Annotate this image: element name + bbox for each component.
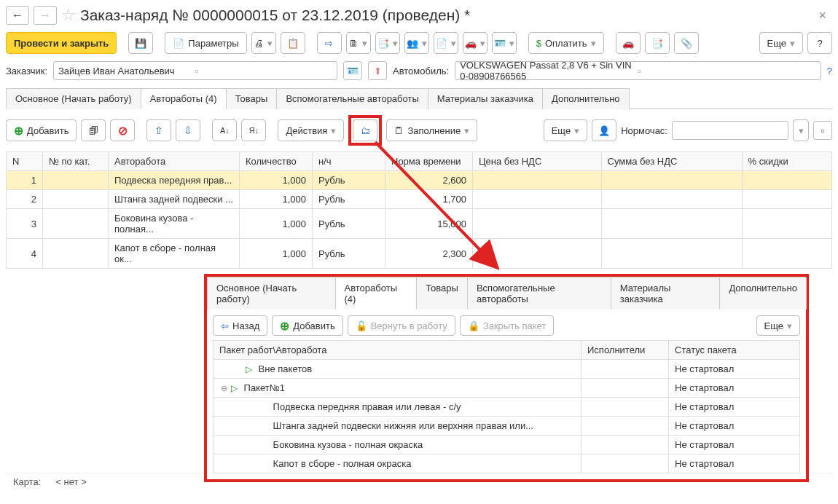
tab-aux[interactable]: Вспомогательные автоработы	[276, 88, 428, 109]
customer-input[interactable]: Зайцев Иван Анатольевич ▫	[53, 61, 337, 80]
printer-icon: 🖨	[254, 38, 264, 49]
more-button[interactable]: Еще ▾	[759, 32, 803, 54]
card-label: Карта:	[6, 476, 48, 487]
doc-plus-icon: 📑	[377, 38, 389, 49]
table-row[interactable]: 3Боковина кузова - полная...1,000Рубль15…	[7, 209, 832, 239]
action2-button[interactable]: 🗎▾	[346, 32, 371, 54]
sort-desc-button[interactable]: Я↓	[241, 119, 266, 141]
sort-za-icon: Я↓	[249, 126, 259, 135]
customer-card-button[interactable]: 🪪	[343, 61, 362, 80]
popup-more-label: Еще	[764, 320, 783, 331]
action4-button[interactable]: 👥▾	[404, 32, 429, 54]
col-nh[interactable]: н/ч	[313, 152, 385, 171]
customer-label: Заказчик:	[6, 66, 47, 76]
col-discount[interactable]: % скидки	[742, 152, 831, 171]
report-button[interactable]: 📋	[281, 32, 305, 54]
help-button[interactable]: ?	[807, 32, 832, 54]
pcol-pkg[interactable]: Пакет работ\Авторабота	[214, 341, 581, 360]
popup-tab-works[interactable]: Автоработы (4)	[335, 277, 418, 310]
col-qty[interactable]: Количество	[240, 152, 313, 171]
packages-button[interactable]: 🗂	[353, 119, 377, 141]
attach-button[interactable]: 📎	[674, 32, 699, 54]
action7-button[interactable]: 🪪▾	[492, 32, 517, 54]
popup-tab-materials[interactable]: Материалы заказчика	[611, 277, 721, 310]
package-row[interactable]: Капот в сборе - полная окраскаНе стартов…	[214, 454, 800, 473]
nav-forward-button[interactable]: →	[34, 6, 57, 25]
packages-table: Пакет работ\Авторабота Исполнители Стату…	[213, 340, 800, 473]
package-row[interactable]: Подвеска передняя правая или левая - с/у…	[214, 398, 800, 417]
table-row[interactable]: 4Капот в сборе - полная ок...1,000Рубль2…	[7, 239, 832, 269]
tab-works[interactable]: Автоработы (4)	[141, 88, 227, 109]
action5-button[interactable]: 📄▾	[434, 32, 458, 54]
print-button[interactable]: 🖨▾	[251, 32, 276, 54]
package-row[interactable]: Штанга задней подвески нижняя или верхня…	[214, 417, 800, 436]
params-button[interactable]: 📄Параметры	[165, 32, 246, 54]
col-sum[interactable]: Сумма без НДС	[601, 152, 742, 171]
add-label: Добавить	[27, 125, 68, 136]
popup-close-pkg-button[interactable]: 🔒Закрыть пакет	[460, 315, 555, 336]
action1-button[interactable]: ⇨	[317, 32, 342, 54]
delete-row-button[interactable]: ⊘	[110, 119, 135, 141]
post-and-close-label: Провести и закрыть	[14, 38, 109, 49]
popup-add-label: Добавить	[293, 320, 334, 331]
col-timestd[interactable]: Норма времени	[385, 152, 473, 171]
popup-tab-aux[interactable]: Вспомогательные автоработы	[467, 277, 611, 310]
copy-button[interactable]: 📑	[645, 32, 670, 54]
person-button[interactable]: 👤	[592, 119, 616, 141]
open-icon[interactable]: ▫	[638, 66, 815, 76]
popup-back-button[interactable]: ⇦Назад	[213, 315, 267, 336]
normhour-input[interactable]	[672, 121, 788, 140]
car-input[interactable]: VOLKSWAGEN Passat 2,8 V6 + Sin VIN 0-089…	[455, 61, 821, 80]
package-row[interactable]: ▷ Вне пакетовНе стартовал	[214, 360, 800, 379]
sub-more-button[interactable]: Еще ▾	[544, 119, 587, 141]
table-row[interactable]: 1Подвеска передняя прав...1,000Рубль2,60…	[7, 171, 832, 190]
sub-more-label: Еще	[552, 125, 571, 136]
pcol-exec[interactable]: Исполнители	[581, 341, 669, 360]
move-up-button[interactable]: ⇧	[146, 119, 171, 141]
package-row[interactable]: ⊖▷ Пакет№1Не стартовал	[214, 379, 800, 398]
col-catno[interactable]: № по кат.	[43, 152, 109, 171]
copy-row-button[interactable]: 🗐	[81, 119, 106, 141]
x-icon: ⊘	[118, 124, 128, 138]
table-row[interactable]: 2Штанга задней подвески ...1,000Рубль1,7…	[7, 190, 832, 209]
tab-goods[interactable]: Товары	[226, 88, 278, 109]
car2-button[interactable]: 🚗	[616, 32, 641, 54]
action6-button[interactable]: 🚗▾	[463, 32, 487, 54]
save-button[interactable]: 💾	[128, 32, 153, 54]
favorite-star-icon[interactable]: ☆	[61, 6, 76, 25]
card-icon: 🪪	[347, 66, 359, 76]
close-icon[interactable]: ×	[812, 8, 832, 23]
pay-button[interactable]: $Оплатить▾	[528, 32, 604, 54]
popup-tab-goods[interactable]: Товары	[416, 277, 468, 310]
open-icon[interactable]: ▫	[195, 66, 332, 76]
tab-main[interactable]: Основное (Начать работу)	[6, 88, 141, 109]
fill-button[interactable]: 🗒Заполнение ▾	[386, 119, 477, 141]
package-icon: 🗂	[361, 125, 370, 136]
fill-icon: 🗒	[394, 125, 404, 136]
sort-asc-button[interactable]: А↓	[212, 119, 237, 141]
popup-more-button[interactable]: Еще ▾	[756, 315, 800, 336]
add-row-button[interactable]: ⊕Добавить	[6, 119, 77, 141]
post-and-close-button[interactable]: Провести и закрыть	[6, 32, 117, 54]
package-row[interactable]: Боковина кузова - полная окраскаНе старт…	[214, 436, 800, 454]
more-label: Еще	[767, 38, 786, 49]
car-help-link[interactable]: ?	[827, 66, 832, 76]
actions-button[interactable]: Действия ▾	[278, 119, 344, 141]
col-price[interactable]: Цена без НДС	[473, 152, 602, 171]
col-n[interactable]: N	[7, 152, 43, 171]
popup-add-button[interactable]: ⊕Добавить	[272, 315, 342, 336]
action3-button[interactable]: 📑▾	[375, 32, 400, 54]
col-work[interactable]: Авторабота	[109, 152, 240, 171]
popup-tab-main[interactable]: Основное (Начать работу)	[207, 277, 336, 310]
tab-extra[interactable]: Дополнительно	[542, 88, 630, 109]
popup-tab-extra[interactable]: Дополнительно	[719, 277, 807, 310]
normhour-open-button[interactable]: ▫	[813, 121, 832, 140]
tab-materials[interactable]: Материалы заказчика	[428, 88, 543, 109]
normhour-dropdown[interactable]: ▾	[793, 119, 809, 141]
pcol-status[interactable]: Статус пакета	[669, 341, 800, 360]
move-down-button[interactable]: ⇩	[176, 119, 200, 141]
popup-return-button[interactable]: 🔓Вернуть в работу	[348, 315, 455, 336]
customer-up-button[interactable]: ⬆	[368, 61, 387, 80]
nav-back-button[interactable]: ←	[6, 6, 29, 25]
main-tabs: Основное (Начать работу) Автоработы (4) …	[6, 87, 832, 109]
